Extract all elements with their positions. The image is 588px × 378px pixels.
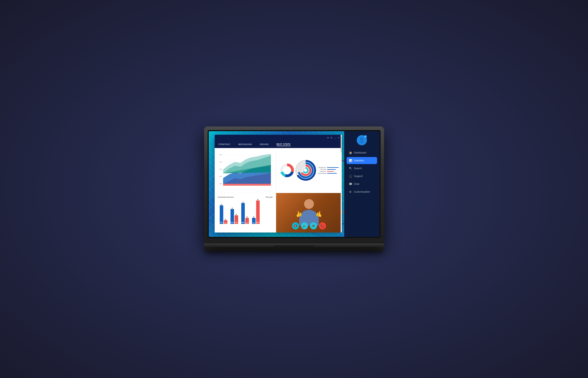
area-chart-svg: 500 400 300 200 100 (218, 151, 273, 190)
legend-facebook-bar (327, 167, 339, 168)
titlebar-minimize-btn[interactable]: _ (334, 136, 336, 139)
sidebar-item-support[interactable]: 🎧 Support (347, 173, 377, 180)
legend-twitter-bar (327, 169, 336, 170)
nav-messaging[interactable]: MESSAGING (238, 143, 252, 146)
sidebar-item-statistics[interactable]: 📊 Statistics (347, 157, 377, 164)
titlebar-email-btn[interactable]: ✉ (327, 136, 329, 139)
area-chart-panel: 500 400 300 200 100 (215, 148, 276, 193)
concentric-chart-svg (295, 160, 316, 181)
end-call-button[interactable]: 📞 (319, 222, 326, 230)
screen-bezel: ✉ ⚙ _ ✕ STRATEGY MESSAGING DESIGN NEXT S… (208, 130, 381, 238)
mute-button[interactable]: 🔇 (292, 222, 299, 230)
titlebar-close-btn[interactable]: ✕ (337, 136, 340, 139)
laptop-screen: ✉ ⚙ _ ✕ STRATEGY MESSAGING DESIGN NEXT S… (209, 131, 379, 237)
sidebar-search-label: Search (354, 167, 362, 170)
legend-instagram: INSTAGRAM (316, 173, 339, 174)
customization-icon: ⚙ (349, 190, 352, 193)
laptop: ✉ ⚙ _ ✕ STRATEGY MESSAGING DESIGN NEXT S… (204, 126, 384, 252)
legend-twitter-label: TWITTER (316, 169, 326, 170)
legend-linkedin-bar (327, 171, 334, 172)
y-label-100: 100 (219, 183, 222, 184)
chat-icon: 💬 (349, 182, 352, 186)
sidebar-dashboard-label: Dashboard (354, 151, 366, 154)
legend-twitter: TWITTER (316, 169, 339, 170)
sidebar-item-search[interactable]: 🔍 Search (347, 165, 377, 172)
support-icon: 🎧 (349, 175, 352, 178)
sidebar-support-label: Support (354, 175, 363, 177)
nav-next-steps[interactable]: NEXT STEPS (277, 143, 291, 146)
y-label-500: 500 (219, 154, 222, 156)
person-head (304, 199, 314, 209)
y-label-400: 400 (219, 161, 222, 163)
app-content: 500 400 300 200 100 (215, 148, 342, 232)
video-controls: 🔇 🎤 ➕ 📞 (292, 222, 326, 230)
mic-button[interactable]: 🎤 (301, 222, 308, 230)
legend-facebook-label: FACEBOOK (316, 167, 326, 168)
sidebar-item-dashboard[interactable]: 🏠 Dashboard (347, 149, 377, 156)
nav-strategy[interactable]: STRATEGY (219, 143, 231, 146)
webcam (294, 128, 295, 129)
legend-facebook: FACEBOOK (316, 167, 339, 168)
laptop-bottom (204, 247, 384, 252)
statistics-icon: 📊 (349, 159, 352, 162)
avatar-container: 👤 2 (357, 135, 367, 145)
sidebar-chat-label: Chat (354, 182, 359, 185)
home-icon: 🏠 (349, 151, 352, 154)
notification-badge: 2 (364, 135, 367, 138)
y-label-300: 300 (219, 168, 222, 170)
investment-chart-panel: Investment structure This year (215, 193, 276, 232)
investment-title: Investment structure (218, 196, 234, 198)
titlebar-controls: ✉ ⚙ _ ✕ (327, 136, 340, 139)
social-legend: FACEBOOK TWITTER LINKEDIN (316, 167, 339, 174)
titlebar-settings-btn[interactable]: ⚙ (330, 136, 333, 139)
laptop-hinge (275, 245, 314, 247)
legend-linkedin-label: LINKEDIN (316, 171, 326, 172)
search-icon: 🔍 (349, 167, 352, 170)
video-call-panel: 👍 👍 🔇 🎤 ➕ 📞 (276, 193, 342, 232)
sidebar-item-customization[interactable]: ⚙ Customization (347, 188, 377, 195)
legend-instagram-bar (327, 173, 337, 174)
investment-subtitle: This year (265, 196, 273, 198)
laptop-base (204, 243, 384, 247)
scrollbar-thumb[interactable] (341, 137, 342, 152)
app-titlebar: ✉ ⚙ _ ✕ (215, 135, 342, 141)
app-nav: STRATEGY MESSAGING DESIGN NEXT STEPS (215, 141, 342, 148)
app-scrollbar[interactable] (341, 135, 342, 232)
sidebar-customization-label: Customization (354, 190, 370, 193)
legend-instagram-label: INSTAGRAM (316, 173, 326, 174)
sidebar: 👤 2 🏠 Dashboard 📊 Statistics (344, 131, 379, 237)
charts-right-top-panel: FACEBOOK TWITTER LINKEDIN (276, 148, 342, 193)
legend-linkedin: LINKEDIN (316, 171, 339, 172)
nav-design[interactable]: DESIGN (260, 143, 268, 146)
sidebar-nav: 🏠 Dashboard 📊 Statistics 🔍 Search � (344, 149, 379, 195)
donut-chart-svg (279, 162, 295, 178)
sidebar-statistics-label: Statistics (354, 159, 364, 162)
add-participant-button[interactable]: ➕ (310, 222, 317, 230)
app-window: ✉ ⚙ _ ✕ STRATEGY MESSAGING DESIGN NEXT S… (215, 135, 342, 232)
laptop-body: ✉ ⚙ _ ✕ STRATEGY MESSAGING DESIGN NEXT S… (204, 126, 384, 243)
y-label-200: 200 (219, 176, 222, 177)
sidebar-item-chat[interactable]: 💬 Chat (347, 180, 377, 188)
